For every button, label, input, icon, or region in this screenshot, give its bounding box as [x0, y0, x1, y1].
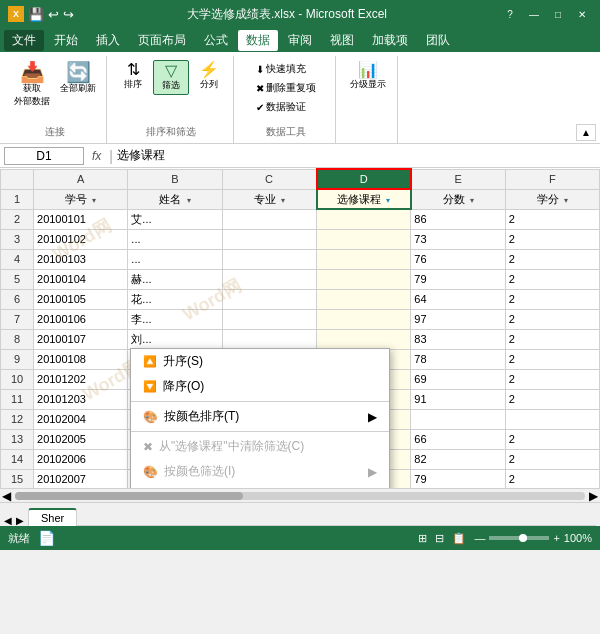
- cell-b[interactable]: ...: [128, 229, 222, 249]
- cell-reference-input[interactable]: [4, 147, 84, 165]
- cell-f[interactable]: 2: [505, 209, 599, 229]
- cell-f[interactable]: 2: [505, 369, 599, 389]
- cell-f[interactable]: [505, 409, 599, 429]
- cell-a[interactable]: 20100101: [34, 209, 128, 229]
- field-header-d[interactable]: 选修课程 ▾: [317, 189, 411, 209]
- cell-d[interactable]: [317, 229, 411, 249]
- cell-b[interactable]: ...: [128, 249, 222, 269]
- cell-e[interactable]: 79: [411, 469, 505, 488]
- remove-duplicates-btn[interactable]: ✖ 删除重复项: [252, 79, 320, 97]
- col-b-header[interactable]: B: [128, 169, 222, 189]
- cell-a[interactable]: 20101202: [34, 369, 128, 389]
- cell-a[interactable]: 20100103: [34, 249, 128, 269]
- zoom-slider[interactable]: [489, 536, 549, 540]
- cell-c[interactable]: [222, 329, 316, 349]
- cell-c[interactable]: [222, 229, 316, 249]
- field-header-a[interactable]: 学号 ▾: [34, 189, 128, 209]
- col-e-header[interactable]: E: [411, 169, 505, 189]
- cell-e[interactable]: 83: [411, 329, 505, 349]
- cell-e[interactable]: 76: [411, 249, 505, 269]
- nav-right-btn[interactable]: ▶: [16, 515, 24, 526]
- quick-undo[interactable]: ↩: [48, 7, 59, 22]
- col-d-header[interactable]: D: [317, 169, 411, 189]
- cell-c[interactable]: [222, 249, 316, 269]
- nav-left-btn[interactable]: ◀: [4, 515, 12, 526]
- menu-data[interactable]: 数据: [238, 30, 278, 51]
- horizontal-scrollbar[interactable]: ◀ ▶: [0, 488, 600, 502]
- cell-e[interactable]: 86: [411, 209, 505, 229]
- menu-team[interactable]: 团队: [418, 30, 458, 51]
- cell-e[interactable]: 82: [411, 449, 505, 469]
- cell-a[interactable]: 20101203: [34, 389, 128, 409]
- view-layout-btn[interactable]: ⊟: [435, 532, 444, 545]
- cell-a[interactable]: 20102006: [34, 449, 128, 469]
- cell-b[interactable]: 李...: [128, 309, 222, 329]
- cell-a[interactable]: 20100106: [34, 309, 128, 329]
- view-normal-btn[interactable]: ⊞: [418, 532, 427, 545]
- cell-f[interactable]: 2: [505, 329, 599, 349]
- refresh-all-btn[interactable]: 🔄 全部刷新: [56, 60, 100, 97]
- cell-d[interactable]: [317, 309, 411, 329]
- cell-e[interactable]: 73: [411, 229, 505, 249]
- cell-c[interactable]: [222, 269, 316, 289]
- cell-e[interactable]: 79: [411, 269, 505, 289]
- view-page-btn[interactable]: 📋: [452, 532, 466, 545]
- formula-input[interactable]: [117, 149, 596, 163]
- filter-by-color-item[interactable]: 🎨 按颜色筛选(I) ▶: [131, 459, 389, 484]
- cell-c[interactable]: [222, 309, 316, 329]
- field-header-c[interactable]: 专业 ▾: [222, 189, 316, 209]
- cell-f[interactable]: 2: [505, 429, 599, 449]
- menu-view[interactable]: 视图: [322, 30, 362, 51]
- zoom-in-btn[interactable]: +: [553, 532, 559, 544]
- field-header-f[interactable]: 学分 ▾: [505, 189, 599, 209]
- cell-e[interactable]: 66: [411, 429, 505, 449]
- cell-f[interactable]: 2: [505, 349, 599, 369]
- cell-e[interactable]: 64: [411, 289, 505, 309]
- menu-formula[interactable]: 公式: [196, 30, 236, 51]
- cell-d[interactable]: [317, 289, 411, 309]
- ribbon-collapse-btn[interactable]: ▲: [576, 124, 596, 141]
- menu-review[interactable]: 审阅: [280, 30, 320, 51]
- cell-d[interactable]: [317, 269, 411, 289]
- menu-file[interactable]: 文件: [4, 30, 44, 51]
- col-f-header[interactable]: F: [505, 169, 599, 189]
- data-validation-btn[interactable]: ✔ 数据验证: [252, 98, 320, 116]
- cell-e[interactable]: 78: [411, 349, 505, 369]
- text-filter-item[interactable]: 📝 文本筛选(F) ▶: [131, 484, 389, 488]
- close-btn[interactable]: ✕: [572, 6, 592, 22]
- quick-fill-btn[interactable]: ⬇ 快速填充: [252, 60, 320, 78]
- quick-redo[interactable]: ↪: [63, 7, 74, 22]
- menu-insert[interactable]: 插入: [88, 30, 128, 51]
- cell-b[interactable]: 艾...: [128, 209, 222, 229]
- cell-a[interactable]: 20100104: [34, 269, 128, 289]
- cell-d[interactable]: [317, 329, 411, 349]
- split-columns-btn[interactable]: ⚡ 分列: [191, 60, 227, 93]
- cell-a[interactable]: 20102004: [34, 409, 128, 429]
- cell-f[interactable]: 2: [505, 269, 599, 289]
- filter-btn[interactable]: ▽ 筛选: [153, 60, 189, 95]
- cell-e[interactable]: [411, 409, 505, 429]
- cell-e[interactable]: 97: [411, 309, 505, 329]
- cell-d[interactable]: [317, 209, 411, 229]
- get-external-data-btn[interactable]: 📥 获取外部数据: [10, 60, 54, 110]
- cell-f[interactable]: 2: [505, 249, 599, 269]
- cell-f[interactable]: 2: [505, 469, 599, 488]
- cell-a[interactable]: 20100108: [34, 349, 128, 369]
- cell-b[interactable]: 刘...: [128, 329, 222, 349]
- cell-b[interactable]: 赫...: [128, 269, 222, 289]
- menu-home[interactable]: 开始: [46, 30, 86, 51]
- sort-btn[interactable]: ⇅ 排序: [115, 60, 151, 93]
- outline-btn[interactable]: 📊 分级显示: [346, 60, 390, 93]
- cell-e[interactable]: 91: [411, 389, 505, 409]
- cell-a[interactable]: 20100105: [34, 289, 128, 309]
- quick-save[interactable]: 💾: [28, 7, 44, 22]
- field-header-b[interactable]: 姓名 ▾: [128, 189, 222, 209]
- col-c-header[interactable]: C: [222, 169, 316, 189]
- field-header-e[interactable]: 分数 ▾: [411, 189, 505, 209]
- cell-c[interactable]: [222, 209, 316, 229]
- menu-page-layout[interactable]: 页面布局: [130, 30, 194, 51]
- cell-a[interactable]: 20102005: [34, 429, 128, 449]
- scroll-right-btn[interactable]: ▶: [589, 489, 598, 503]
- cell-c[interactable]: [222, 289, 316, 309]
- clear-filter-item[interactable]: ✖ 从"选修课程"中清除筛选(C): [131, 434, 389, 459]
